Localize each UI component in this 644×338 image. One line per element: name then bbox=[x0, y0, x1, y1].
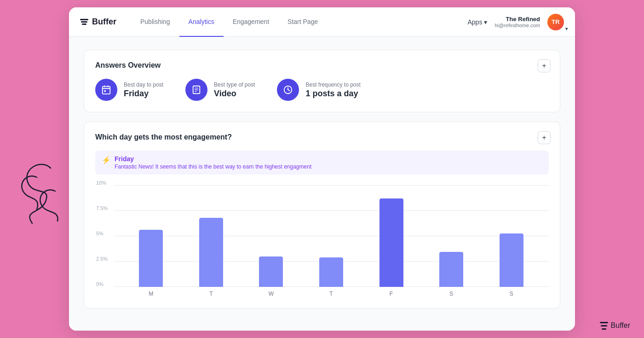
chart-bar bbox=[199, 218, 223, 287]
lightning-icon: ⚡ bbox=[102, 156, 111, 164]
chart-bar bbox=[319, 257, 343, 287]
bar-group bbox=[500, 233, 523, 287]
nav-engagement[interactable]: Engagement bbox=[224, 7, 278, 37]
footer-buffer-icon bbox=[600, 322, 608, 330]
bar-group bbox=[380, 198, 403, 287]
x-axis-label: S bbox=[500, 291, 523, 297]
avatar-dropdown-icon: ▾ bbox=[565, 26, 568, 31]
answer-best-frequency-text: Best frequency to post 1 posts a day bbox=[305, 82, 360, 99]
nav-links: Publishing Analytics Engagement Start Pa… bbox=[131, 7, 467, 36]
y-axis-label: 2.5% bbox=[96, 256, 108, 262]
y-axis-label: 0% bbox=[96, 281, 104, 287]
nav-analytics[interactable]: Analytics bbox=[179, 7, 224, 37]
y-axis-label: 7.5% bbox=[96, 205, 108, 211]
bar-group bbox=[199, 218, 223, 287]
document-icon-circle bbox=[185, 79, 207, 101]
bar-group bbox=[439, 252, 463, 287]
x-axis-label: M bbox=[139, 291, 163, 297]
bar-group bbox=[139, 230, 163, 287]
svg-rect-0 bbox=[103, 87, 110, 94]
answers-overview-plus-button[interactable]: + bbox=[538, 59, 551, 72]
main-window: Buffer Publishing Analytics Engagement S… bbox=[69, 7, 575, 331]
x-axis-label: T bbox=[199, 291, 223, 297]
clock-icon-circle bbox=[277, 79, 299, 101]
svg-rect-4 bbox=[104, 90, 106, 92]
chart-grid: 10%7.5%5%2.5%0% bbox=[114, 186, 549, 287]
answers-overview-title: Answers Overview bbox=[95, 61, 549, 70]
avatar[interactable]: TR ▾ bbox=[547, 14, 564, 30]
chart-bar bbox=[259, 256, 283, 287]
user-info: The Refined hi@refindhome.com bbox=[494, 16, 540, 28]
chart-bar bbox=[500, 233, 523, 287]
user-email: hi@refindhome.com bbox=[494, 23, 540, 28]
apps-button[interactable]: Apps ▾ bbox=[467, 18, 487, 26]
nav-publishing[interactable]: Publishing bbox=[131, 7, 179, 37]
decorative-doodle bbox=[14, 154, 74, 228]
buffer-logo-icon bbox=[80, 19, 88, 25]
x-axis-label: W bbox=[259, 291, 283, 297]
main-content: Answers Overview + Be bbox=[69, 37, 575, 331]
engagement-chart-title: Which day gets the most engagement? bbox=[95, 133, 549, 141]
top-nav: Buffer Publishing Analytics Engagement S… bbox=[69, 7, 575, 37]
svg-line-11 bbox=[288, 90, 290, 91]
nav-right: Apps ▾ The Refined hi@refindhome.com TR … bbox=[467, 14, 564, 30]
bars-container bbox=[114, 186, 549, 287]
highlight-content: Friday Fantastic News! It seems that thi… bbox=[115, 155, 311, 170]
chart-bar bbox=[380, 198, 403, 287]
answer-best-day-text: Best day to post Friday bbox=[124, 82, 163, 99]
engagement-chart-card: Which day gets the most engagement? + ⚡ … bbox=[84, 122, 560, 309]
chart-bar bbox=[439, 252, 463, 287]
bar-group bbox=[319, 257, 343, 287]
document-icon bbox=[191, 85, 201, 95]
bar-group bbox=[259, 256, 283, 287]
answer-best-day: Best day to post Friday bbox=[95, 79, 163, 101]
answers-overview-card: Answers Overview + Be bbox=[84, 50, 560, 112]
y-axis-label: 10% bbox=[96, 180, 106, 186]
y-axis-label: 5% bbox=[96, 231, 104, 236]
engagement-chart-plus-button[interactable]: + bbox=[538, 131, 551, 144]
answer-best-type-text: Best type of post Video bbox=[214, 82, 255, 99]
clock-icon bbox=[283, 85, 293, 95]
x-axis-label: T bbox=[319, 291, 343, 297]
nav-start-page[interactable]: Start Page bbox=[278, 7, 327, 37]
calendar-icon-circle bbox=[95, 79, 117, 101]
answer-best-type: Best type of post Video bbox=[185, 79, 255, 101]
chart-bar bbox=[139, 230, 163, 287]
x-axis-label: F bbox=[380, 291, 403, 297]
x-axis-label: S bbox=[439, 291, 463, 297]
highlight-day: Friday bbox=[115, 155, 311, 163]
highlight-banner: ⚡ Friday Fantastic News! It seems that t… bbox=[95, 151, 549, 175]
footer-logo-text: Buffer bbox=[611, 321, 630, 330]
highlight-text: Fantastic News! It seems that this is th… bbox=[115, 163, 311, 170]
chevron-down-icon: ▾ bbox=[484, 18, 487, 26]
answer-best-frequency: Best frequency to post 1 posts a day bbox=[277, 79, 360, 101]
logo-text: Buffer bbox=[92, 17, 116, 27]
user-name: The Refined bbox=[494, 16, 540, 23]
footer-logo: Buffer bbox=[600, 321, 630, 330]
logo[interactable]: Buffer bbox=[80, 17, 116, 27]
chart-area: 10%7.5%5%2.5%0% MTWTFSS bbox=[95, 186, 549, 297]
answers-row: Best day to post Friday bbox=[95, 79, 549, 101]
x-axis-labels: MTWTFSS bbox=[114, 287, 549, 297]
calendar-icon bbox=[101, 85, 111, 95]
